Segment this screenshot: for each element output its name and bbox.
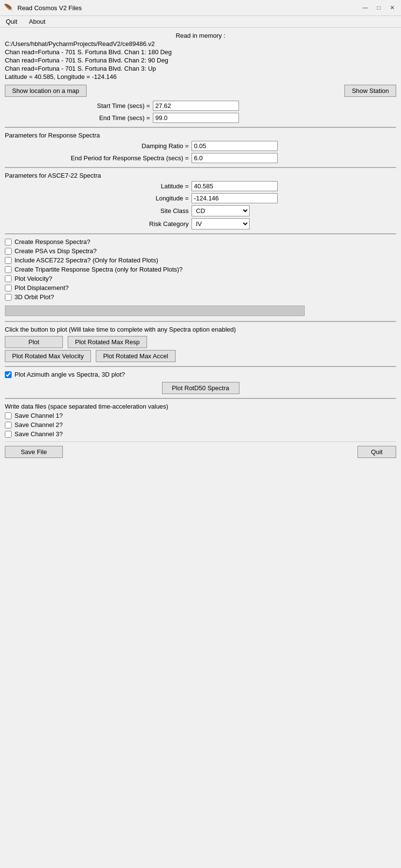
minimize-button[interactable]: —: [360, 3, 370, 13]
plot-rotated-max-accel-button[interactable]: Plot Rotated Max Accel: [96, 350, 175, 362]
menu-quit[interactable]: Quit: [4, 17, 19, 26]
create-response-spectra-checkbox[interactable]: [5, 239, 12, 245]
info-block: Read in memory : C:/Users/hbhat/PycharmP…: [5, 31, 396, 81]
checkbox-create-response-spectra: Create Response Spectra?: [5, 238, 396, 245]
damping-ratio-label: Damping Ratio =: [5, 142, 189, 150]
checkbox-create-tripartite: Create Tripartite Response Spectra (only…: [5, 266, 396, 273]
create-tripartite-label: Create Tripartite Response Spectra (only…: [15, 266, 183, 273]
asce7-latitude-row: Latitude =: [5, 181, 396, 191]
include-asce722-label: Include ASCE722 Spectra? (Only for Rotat…: [15, 257, 158, 264]
start-time-input[interactable]: [153, 101, 239, 111]
create-psa-label: Create PSA vs Disp Spectra?: [15, 247, 97, 255]
close-button[interactable]: ✕: [387, 3, 397, 13]
window-controls[interactable]: — □ ✕: [360, 3, 397, 13]
save-chan3-label: Save Channel 3?: [15, 430, 63, 438]
plot-buttons-row2: Plot Rotated Max Velocity Plot Rotated M…: [5, 350, 396, 362]
plot-velocity-label: Plot Velocity?: [15, 275, 52, 282]
end-period-row: End Period for Response Spectra (secs) =: [5, 153, 396, 163]
asce7-longitude-input[interactable]: [192, 193, 278, 203]
site-class-label: Site Class: [5, 207, 189, 214]
maximize-button[interactable]: □: [374, 3, 384, 13]
plot-info-text: Click the button to plot (Will take time…: [5, 326, 396, 333]
site-class-select[interactable]: ABBCC CDDDEE: [192, 205, 250, 216]
checkbox-include-asce722: Include ASCE722 Spectra? (Only for Rotat…: [5, 257, 396, 264]
save-file-button[interactable]: Save File: [5, 446, 63, 458]
window-title: Read Cosmos V2 Files: [17, 4, 360, 12]
plot-button[interactable]: Plot: [5, 336, 63, 348]
save-chan2-row: Save Channel 2?: [5, 421, 396, 428]
main-content: Read in memory : C:/Users/hbhat/PycharmP…: [0, 28, 401, 462]
menu-bar: Quit About: [0, 16, 401, 28]
plot-velocity-checkbox[interactable]: [5, 275, 12, 282]
end-period-label: End Period for Response Spectra (secs) =: [5, 154, 189, 162]
start-time-label: Start Time (secs) =: [5, 102, 150, 109]
plot-displacement-label: Plot Displacement?: [15, 284, 69, 291]
plot-buttons-row1: Plot Plot Rotated Max Resp: [5, 336, 396, 348]
lat-lon-info: Latitude = 40.585, Longitude = -124.146: [5, 73, 396, 81]
quit-button[interactable]: Quit: [357, 446, 396, 458]
save-chan3-row: Save Channel 3?: [5, 430, 396, 438]
end-time-row: End Time (secs) =: [5, 113, 396, 123]
plot-displacement-checkbox[interactable]: [5, 285, 12, 291]
plot-3d-checkbox[interactable]: [5, 294, 12, 301]
show-location-button[interactable]: Show location on a map: [5, 85, 87, 97]
azimuth-checkbox-row: Plot Azimuth angle vs Spectra, 3D plot?: [5, 371, 396, 378]
end-time-label: End Time (secs) =: [5, 114, 150, 122]
response-spectra-title: Parameters for Response Spectra: [5, 132, 396, 139]
checkbox-plot-velocity: Plot Velocity?: [5, 275, 396, 282]
damping-ratio-row: Damping Ratio =: [5, 141, 396, 151]
chan1-info: Chan read=Fortuna - 701 S. Fortuna Blvd.…: [5, 48, 396, 56]
create-response-spectra-label: Create Response Spectra?: [15, 238, 90, 245]
save-chan1-checkbox[interactable]: [5, 412, 12, 419]
checkbox-create-psa: Create PSA vs Disp Spectra?: [5, 247, 396, 255]
risk-category-select[interactable]: IIIIIIIV: [192, 218, 250, 229]
save-chan2-label: Save Channel 2?: [15, 421, 63, 428]
end-time-input[interactable]: [153, 113, 239, 123]
checkbox-plot-3d: 3D Orbit Plot?: [5, 293, 396, 301]
menu-about[interactable]: About: [27, 17, 47, 26]
risk-category-row: Risk Category IIIIIIIV: [5, 218, 396, 229]
plot-rotated-max-resp-button[interactable]: Plot Rotated Max Resp: [68, 336, 147, 348]
azimuth-checkbox[interactable]: [5, 371, 12, 378]
start-time-row: Start Time (secs) =: [5, 101, 396, 111]
file-path: C:/Users/hbhat/PycharmProjects/ReadV2/ce…: [5, 40, 396, 48]
footer-row: Save File Quit: [5, 442, 396, 458]
title-bar: 🪶 Read Cosmos V2 Files — □ ✕: [0, 0, 401, 16]
show-station-button[interactable]: Show Station: [344, 85, 396, 97]
chan3-info: Chan read=Fortuna - 701 S. Fortuna Blvd.…: [5, 64, 396, 73]
save-chan1-row: Save Channel 1?: [5, 412, 396, 419]
create-tripartite-checkbox[interactable]: [5, 266, 12, 273]
read-in-memory-label: Read in memory :: [5, 31, 396, 40]
checkbox-plot-displacement: Plot Displacement?: [5, 284, 396, 291]
include-asce722-checkbox[interactable]: [5, 257, 12, 264]
app-icon: 🪶: [4, 3, 14, 13]
end-period-input[interactable]: [192, 153, 278, 163]
rotd50-button-container: Plot RotD50 Spectra: [5, 382, 396, 394]
progress-bar-container: [5, 305, 396, 316]
save-chan1-label: Save Channel 1?: [15, 412, 63, 419]
site-class-row: Site Class ABBCC CDDDEE: [5, 205, 396, 216]
asce7-longitude-label: Longitude =: [5, 195, 189, 202]
plot-rotd50-button[interactable]: Plot RotD50 Spectra: [162, 382, 239, 394]
asce7-title: Parameters for ASCE7-22 Spectra: [5, 172, 396, 179]
asce7-latitude-label: Latitude =: [5, 183, 189, 190]
chan2-info: Chan read=Fortuna - 701 S. Fortuna Blvd.…: [5, 56, 396, 64]
save-chan2-checkbox[interactable]: [5, 422, 12, 428]
damping-ratio-input[interactable]: [192, 141, 278, 151]
plot-rotated-max-velocity-button[interactable]: Plot Rotated Max Velocity: [5, 350, 91, 362]
location-buttons-row: Show location on a map Show Station: [5, 85, 396, 97]
asce7-latitude-input[interactable]: [192, 181, 278, 191]
save-chan3-checkbox[interactable]: [5, 431, 12, 438]
create-psa-checkbox[interactable]: [5, 248, 12, 255]
azimuth-label: Plot Azimuth angle vs Spectra, 3D plot?: [15, 371, 125, 378]
plot-3d-label: 3D Orbit Plot?: [15, 293, 54, 301]
asce7-longitude-row: Longitude =: [5, 193, 396, 203]
write-section-title: Write data files (space separated time-a…: [5, 403, 396, 410]
risk-category-label: Risk Category: [5, 220, 189, 228]
